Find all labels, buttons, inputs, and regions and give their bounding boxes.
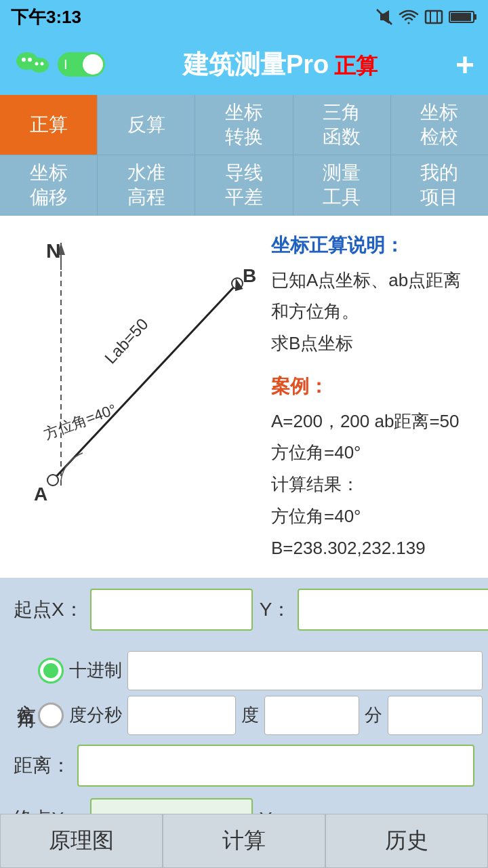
status-icons	[375, 8, 477, 26]
dms-radio[interactable]	[38, 703, 64, 728]
distance-row: 距离：	[0, 745, 488, 796]
svg-text:N: N	[46, 239, 61, 262]
second-input[interactable]	[388, 696, 483, 735]
decimal-radio[interactable]	[38, 658, 64, 684]
svg-text:B: B	[243, 265, 256, 286]
decimal-row: 十进制 度	[38, 651, 488, 690]
fangwei-right: 十进制 度 度分秒 度 分 秒	[38, 651, 488, 735]
svg-point-12	[28, 58, 32, 62]
nav-item-zuobiao-pianyi[interactable]: 坐标偏移	[0, 155, 98, 215]
degree-unit-2: 度	[241, 703, 259, 727]
svg-rect-8	[474, 14, 476, 20]
nav-row-1: 正算 反算 坐标转换 三角函数 坐标检校	[0, 95, 488, 155]
diagram-area: N A B Lab=50 方位角=40°	[0, 216, 488, 578]
screen-icon	[424, 8, 443, 26]
header-subtitle: 正算	[334, 54, 378, 78]
decimal-label: 十进制	[69, 658, 122, 682]
svg-text:A: A	[34, 484, 47, 500]
start-xy-row: 起点X： Y：	[14, 589, 474, 631]
wechat-icon	[14, 46, 51, 83]
nav-item-zhengshan[interactable]: 正算	[0, 95, 98, 155]
wifi-icon	[399, 8, 419, 26]
start-x-input[interactable]	[90, 589, 253, 631]
degree-input[interactable]	[127, 696, 236, 735]
nav-item-zuobiao-zhuanhuan[interactable]: 坐标转换	[195, 95, 293, 155]
svg-point-11	[22, 58, 26, 62]
y-label: Y：	[260, 597, 291, 623]
add-button[interactable]: +	[455, 46, 474, 83]
status-bar: 下午3:13	[0, 0, 488, 34]
nav-row-2: 坐标偏移 水准高程 导线平差 测量工具 我的项目	[0, 155, 488, 216]
case-title: 案例：	[271, 370, 474, 403]
case-body: A=200，200 ab距离=50 方位角=40° 计算结果： 方位角=40° …	[271, 406, 474, 564]
diagram-svg: N A B Lab=50 方位角=40°	[7, 229, 264, 500]
toggle-knob	[83, 54, 103, 75]
svg-point-13	[35, 62, 39, 65]
svg-rect-1	[380, 14, 384, 20]
svg-line-19	[53, 283, 237, 480]
header-title: 建筑测量Pro	[183, 50, 329, 79]
toggle-label: I	[60, 57, 68, 73]
nav-item-fansuan[interactable]: 反算	[98, 95, 195, 155]
calculate-button[interactable]: 计算	[163, 814, 325, 868]
nav-item-shuizhun-gaocheng[interactable]: 水准高程	[98, 155, 195, 215]
bottom-buttons: 原理图 计算 历史	[0, 814, 488, 868]
principle-button[interactable]: 原理图	[0, 814, 163, 868]
status-time: 下午3:13	[11, 5, 81, 29]
start-x-label: 起点X：	[14, 597, 83, 623]
nav-item-zuobiao-jianxiao[interactable]: 坐标检校	[391, 95, 488, 155]
fangwei-container: 方位角 十进制 度 度分秒 度 分 秒	[14, 651, 474, 735]
nav-item-daoxian-pingcha[interactable]: 导线平差	[195, 155, 293, 215]
distance-label: 距离：	[14, 753, 70, 778]
start-point-section: 起点X： Y：	[0, 578, 488, 651]
nav-item-sanjiao-hanshu[interactable]: 三角函数	[293, 95, 391, 155]
toggle-switch[interactable]: I	[58, 52, 105, 77]
decimal-input[interactable]	[127, 651, 483, 690]
description-title: 坐标正算说明：	[271, 229, 474, 262]
start-y-input[interactable]	[298, 589, 488, 631]
svg-point-10	[30, 58, 49, 73]
minute-unit: 分	[365, 703, 382, 727]
diagram-right: 坐标正算说明： 已知A点坐标、ab点距离和方位角。求B点坐标 案例： A=200…	[264, 229, 481, 564]
fangwei-label: 方位角	[14, 651, 38, 735]
minute-input[interactable]	[264, 696, 359, 735]
svg-rect-7	[451, 13, 471, 21]
mute-icon	[375, 8, 393, 26]
dms-label: 度分秒	[69, 703, 122, 727]
diagram-left: N A B Lab=50 方位角=40°	[7, 229, 264, 500]
distance-input[interactable]	[77, 745, 474, 787]
history-button[interactable]: 历史	[325, 814, 488, 868]
nav-item-wode-xiangmu[interactable]: 我的项目	[391, 155, 488, 215]
description-body: 已知A点坐标、ab点距离和方位角。求B点坐标	[271, 264, 474, 359]
header: I 建筑测量Pro 正算 +	[0, 34, 488, 95]
battery-icon	[449, 9, 477, 24]
header-title-area: 建筑测量Pro 正算	[183, 47, 378, 82]
fangwei-section: 方位角 十进制 度 度分秒 度 分 秒	[0, 651, 488, 745]
svg-marker-2	[384, 10, 389, 24]
svg-point-20	[47, 475, 58, 486]
header-left: I	[14, 46, 105, 83]
nav-item-celiang-gongju[interactable]: 测量工具	[293, 155, 391, 215]
svg-rect-3	[426, 11, 442, 23]
dms-row: 度分秒 度 分 秒	[38, 696, 488, 735]
decimal-radio-inner	[43, 663, 58, 678]
svg-point-14	[41, 62, 44, 65]
svg-text:Lab=50: Lab=50	[101, 315, 152, 367]
